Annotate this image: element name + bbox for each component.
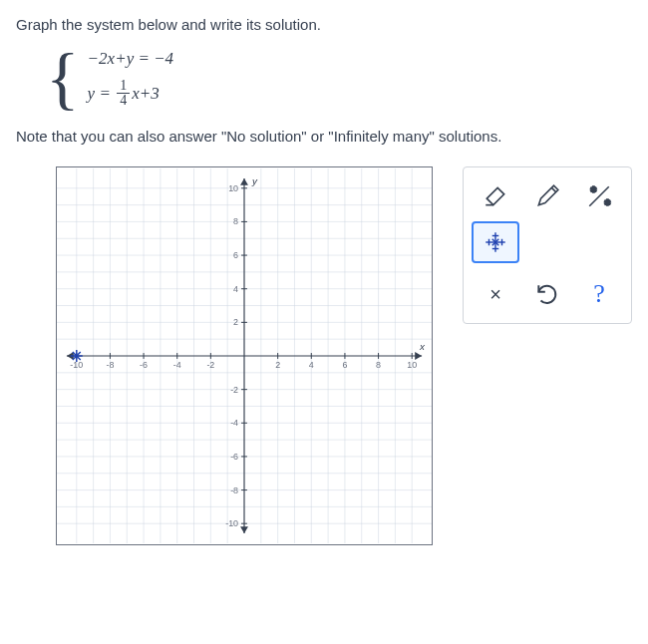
svg-marker-42 bbox=[415, 352, 422, 360]
svg-text:-2: -2 bbox=[230, 385, 238, 395]
eraser-tool[interactable] bbox=[472, 175, 519, 217]
svg-text:-4: -4 bbox=[230, 418, 238, 428]
svg-text:✱: ✱ bbox=[590, 185, 597, 194]
svg-text:2: 2 bbox=[233, 317, 238, 327]
svg-text:2: 2 bbox=[275, 360, 280, 370]
equation-2: y = 1 4 x+3 bbox=[88, 79, 174, 108]
svg-text:-10: -10 bbox=[225, 518, 238, 528]
close-icon: × bbox=[489, 283, 501, 306]
toolbox: ✱✱ × ? bbox=[463, 166, 632, 324]
y-axis-label: y bbox=[251, 175, 258, 186]
graph-canvas[interactable]: y x 2 4 6 8 10 -2 -4 -6 -8 -10 bbox=[56, 166, 433, 545]
instruction-text: Graph the system below and write its sol… bbox=[16, 16, 632, 33]
svg-text:8: 8 bbox=[233, 216, 238, 226]
help-button[interactable]: ? bbox=[575, 273, 623, 315]
svg-text:10: 10 bbox=[407, 360, 417, 370]
svg-text:4: 4 bbox=[233, 284, 238, 294]
svg-text:-6: -6 bbox=[230, 452, 238, 462]
equation-system: { −2x+y = −4 y = 1 4 x+3 bbox=[46, 49, 632, 108]
svg-text:6: 6 bbox=[233, 250, 238, 260]
svg-marker-44 bbox=[240, 178, 248, 185]
equation-1: −2x+y = −4 bbox=[88, 49, 174, 69]
svg-text:✱: ✱ bbox=[604, 198, 611, 207]
svg-text:-8: -8 bbox=[106, 360, 114, 370]
svg-text:-8: -8 bbox=[230, 485, 238, 495]
svg-text:-6: -6 bbox=[140, 360, 148, 370]
svg-text:10: 10 bbox=[228, 183, 238, 193]
line-tool[interactable]: ✱✱ bbox=[575, 175, 623, 217]
x-axis-label: x bbox=[419, 341, 426, 352]
note-text: Note that you can also answer "No soluti… bbox=[16, 128, 632, 145]
undo-icon bbox=[534, 281, 560, 307]
system-brace: { bbox=[46, 51, 80, 107]
svg-text:-2: -2 bbox=[206, 360, 214, 370]
help-icon: ? bbox=[593, 279, 605, 309]
point-tool[interactable] bbox=[472, 221, 519, 263]
svg-text:4: 4 bbox=[309, 360, 314, 370]
svg-text:8: 8 bbox=[376, 360, 381, 370]
undo-button[interactable] bbox=[523, 273, 571, 315]
close-button[interactable]: × bbox=[472, 273, 519, 315]
pencil-tool[interactable] bbox=[523, 175, 571, 217]
svg-text:6: 6 bbox=[342, 360, 347, 370]
svg-text:-4: -4 bbox=[173, 360, 181, 370]
svg-marker-45 bbox=[240, 526, 248, 533]
